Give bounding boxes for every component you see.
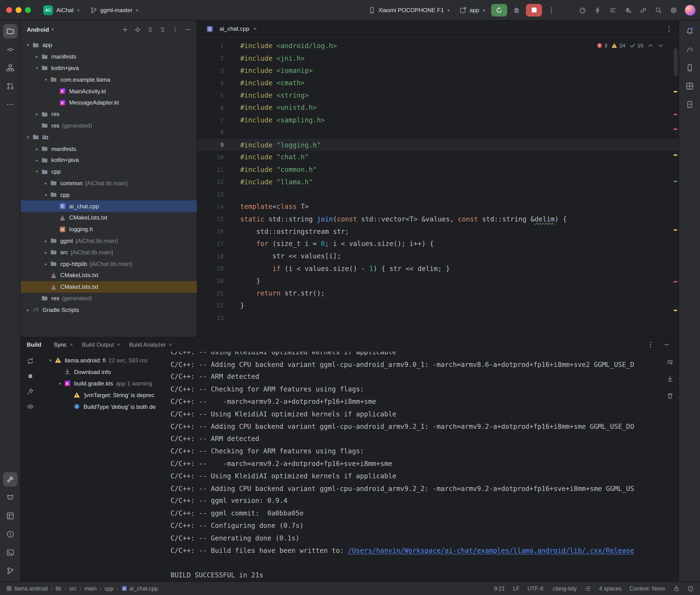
kebab-icon[interactable] xyxy=(169,24,181,35)
project-tree-item[interactable]: ▸cpp-httplib[AiChat.lib.main] xyxy=(21,258,197,270)
commit-icon[interactable] xyxy=(3,42,17,57)
zoom-window-button[interactable] xyxy=(25,7,31,13)
close-tab-icon[interactable]: × xyxy=(169,341,172,348)
stripe-mark[interactable] xyxy=(674,114,677,115)
build-console[interactable]: C/C++: -- Using KleidiAI optimized kerne… xyxy=(168,352,662,582)
more-run-actions-button[interactable]: ⋮ xyxy=(545,4,558,16)
code-line[interactable]: 11#include "common.h" xyxy=(198,163,678,176)
code-style-icon[interactable] xyxy=(585,585,591,591)
warnings-indicator[interactable]: 24 xyxy=(611,42,625,49)
run-button[interactable] xyxy=(491,4,507,16)
code-line[interactable]: 4#include <cmath> xyxy=(198,77,678,89)
stripe-mark[interactable] xyxy=(674,181,677,182)
stripe-mark[interactable] xyxy=(674,91,677,92)
build-tab-sync[interactable]: Sync× xyxy=(50,339,77,349)
tab-bar-options-button[interactable]: ⋮ xyxy=(666,25,678,33)
stripe-mark[interactable] xyxy=(674,229,677,231)
logcat-icon[interactable] xyxy=(3,490,17,505)
project-tree-item[interactable]: ▾com.example.llama xyxy=(21,74,197,85)
analysis-status-icon[interactable] xyxy=(688,585,694,591)
project-tree-item[interactable]: CMakeLists.txt xyxy=(21,281,197,292)
project-tree-item[interactable]: Hlogging.h xyxy=(21,224,197,235)
chevron-right-icon[interactable]: ▸ xyxy=(42,181,50,186)
apply-changes-icon[interactable] xyxy=(591,4,605,16)
encoding-widget[interactable]: UTF-8 xyxy=(528,585,543,591)
debug-button[interactable] xyxy=(510,4,523,16)
build-icon[interactable] xyxy=(3,472,17,486)
chevron-down-icon[interactable]: ▾ xyxy=(42,77,50,82)
stripe-mark[interactable] xyxy=(674,129,677,130)
pull-requests-icon[interactable] xyxy=(3,79,17,93)
chevron-right-icon[interactable]: ▸ xyxy=(33,54,41,59)
next-problem-icon[interactable] xyxy=(657,42,664,49)
breadcrumb-item[interactable]: cpp xyxy=(105,585,114,591)
passed-indicator[interactable]: 15 xyxy=(629,42,643,49)
pin-icon[interactable] xyxy=(25,386,36,397)
profile-app-icon[interactable] xyxy=(576,4,589,16)
stripe-mark[interactable] xyxy=(674,310,677,311)
project-tree-item[interactable]: ▸src[AiChat.lib.main] xyxy=(21,247,197,258)
errors-indicator[interactable]: 3 xyxy=(596,42,607,49)
stripe-mark[interactable] xyxy=(674,154,677,156)
line-separator-widget[interactable]: LF xyxy=(513,585,520,591)
minimize-icon[interactable] xyxy=(182,24,193,35)
inspections-widget[interactable]: 3 24 15 xyxy=(594,41,666,50)
breadcrumb-item[interactable]: src xyxy=(69,585,77,591)
chevron-right-icon[interactable]: ▸ xyxy=(42,250,50,255)
settings-icon[interactable] xyxy=(667,4,680,16)
project-tree-item[interactable]: KMessageAdapter.kt xyxy=(21,97,197,108)
project-tree-item[interactable]: ▾lib xyxy=(21,132,197,143)
build-tab-build-analyzer[interactable]: Build Analyzer× xyxy=(125,339,176,349)
stripe-mark[interactable] xyxy=(674,281,677,283)
chevron-right-icon[interactable]: ▸ xyxy=(42,261,50,266)
build-tree-item[interactable]: Download info xyxy=(40,366,168,378)
attach-debugger-icon[interactable] xyxy=(621,4,635,16)
project-tree-item[interactable]: ▸manifests xyxy=(21,51,197,62)
build-tab-build-output[interactable]: Build Output× xyxy=(78,339,123,349)
project-tree-item[interactable]: ▾kotlin+java xyxy=(21,62,197,74)
project-widget[interactable]: AC AiChat ▾ xyxy=(40,3,83,17)
chevron-down-icon[interactable]: ▾ xyxy=(24,42,32,48)
add-icon[interactable] xyxy=(119,24,131,35)
more-h-icon[interactable] xyxy=(3,97,17,112)
collapse-all-icon[interactable] xyxy=(157,24,168,35)
sync-icon[interactable] xyxy=(25,355,36,367)
project-tree-item[interactable]: res(generated) xyxy=(21,120,197,131)
problems-icon[interactable] xyxy=(3,527,17,541)
close-tab-icon[interactable]: × xyxy=(117,341,120,348)
code-line[interactable]: 15static std::string join(const std::vec… xyxy=(198,213,678,225)
project-tree-item[interactable]: ▾cpp xyxy=(21,166,197,177)
hide-build-panel-button[interactable] xyxy=(661,339,672,350)
chevron-down-icon[interactable]: ▾ xyxy=(56,381,64,386)
running-devices-icon[interactable] xyxy=(682,97,697,112)
scroll-end-icon[interactable] xyxy=(664,373,676,385)
code-line[interactable]: 8 xyxy=(198,126,678,139)
formatter-widget[interactable]: .clang-tidy xyxy=(551,585,577,591)
project-tree-item[interactable]: ▸manifests xyxy=(21,143,197,154)
soft-wrap-icon[interactable] xyxy=(664,356,676,368)
code-line[interactable]: 19 if (i < values.size() - 1) { str << d… xyxy=(198,262,678,275)
app-inspection-icon[interactable] xyxy=(3,509,17,523)
chevron-down-icon[interactable]: ▾ xyxy=(47,358,55,363)
resource-manager-icon[interactable] xyxy=(682,79,697,93)
code-line[interactable]: 6#include <unistd.h> xyxy=(198,102,678,114)
user-avatar[interactable] xyxy=(685,5,696,16)
build-tree-item[interactable]: ▾Kbuild.gradle.ktsapp 1 warning xyxy=(40,378,168,389)
build-panel-title[interactable]: Build xyxy=(27,341,41,348)
project-tree-item[interactable]: ▸res xyxy=(21,108,197,120)
expand-all-icon[interactable] xyxy=(144,24,156,35)
project-tree-item[interactable]: KMainActivity.kt xyxy=(21,85,197,97)
project-tree-item[interactable]: ▸common[AiChat.lib.main] xyxy=(21,177,197,189)
project-tree-item[interactable]: CMakeLists.txt xyxy=(21,270,197,281)
minimize-window-button[interactable] xyxy=(16,7,22,13)
structure-icon[interactable] xyxy=(3,61,17,75)
code-line[interactable]: 17 for (size_t i = 0; i < values.size();… xyxy=(198,237,678,250)
previous-problem-icon[interactable] xyxy=(647,42,653,49)
run-config-selector[interactable]: app ▾ xyxy=(456,4,488,16)
close-tab-icon[interactable]: × xyxy=(253,26,257,32)
project-tree-item[interactable]: ▸kotlin+java xyxy=(21,154,197,166)
build-panel-options-button[interactable]: ⋮ xyxy=(645,339,656,350)
project-tree-item[interactable]: ▾app xyxy=(21,39,197,51)
stop-button[interactable] xyxy=(526,4,542,16)
chevron-right-icon[interactable]: ▸ xyxy=(33,158,41,163)
